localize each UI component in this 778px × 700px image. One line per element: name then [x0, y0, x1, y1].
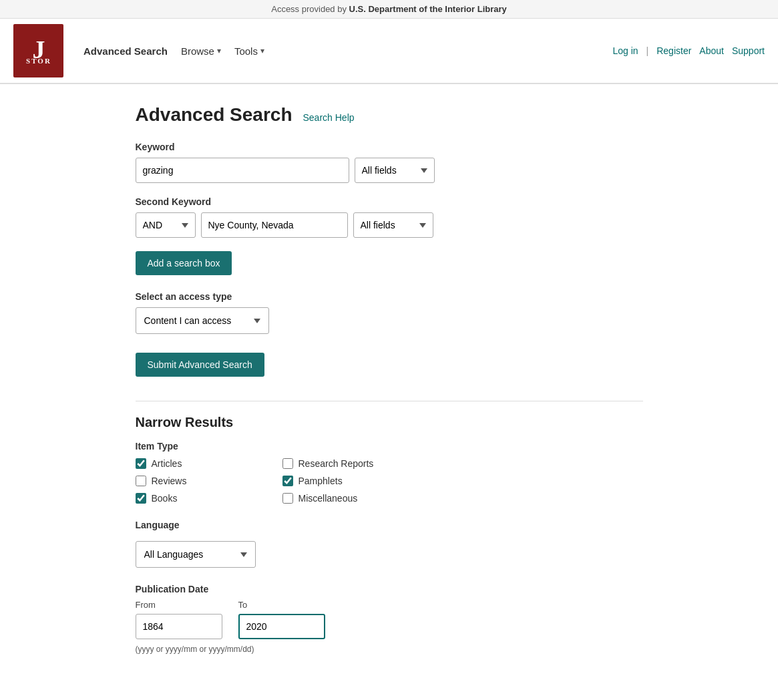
header-right-links: Log in | Register About Support — [612, 45, 765, 56]
keyword-field-select[interactable]: All fields Title Author Abstract Full te… — [355, 158, 435, 183]
svg-text:STOR: STOR — [26, 57, 51, 65]
checkbox-research-reports[interactable]: Research Reports — [282, 458, 416, 469]
checkbox-books-input[interactable] — [136, 493, 146, 504]
checkbox-books[interactable]: Books — [136, 493, 269, 504]
access-banner: Access provided by U.S. Department of th… — [0, 0, 778, 19]
pub-date-from-col: From — [136, 600, 222, 639]
language-label: Language — [136, 520, 643, 530]
keyword-input[interactable] — [136, 158, 349, 183]
from-label: From — [136, 600, 222, 610]
second-keyword-label: Second Keyword — [136, 196, 643, 207]
main-nav: Advanced Search Browse ▾ Tools ▾ — [83, 45, 612, 57]
checkbox-reviews-input[interactable] — [136, 476, 146, 486]
pub-date-from-input[interactable] — [136, 614, 222, 639]
item-type-label: Item Type — [136, 441, 643, 452]
tools-chevron-icon: ▾ — [260, 46, 264, 55]
narrow-results-section: Narrow Results Item Type Articles Resear… — [136, 401, 643, 654]
nav-advanced-search[interactable]: Advanced Search — [83, 45, 168, 57]
add-search-box-button[interactable]: Add a search box — [136, 251, 232, 275]
publication-date-label: Publication Date — [136, 584, 643, 594]
pub-date-to-col: To — [238, 600, 325, 639]
about-link[interactable]: About — [699, 45, 724, 56]
publication-date-section: Publication Date From To (yyyy or yyyy/m… — [136, 584, 643, 654]
second-keyword-field-select[interactable]: All fields Title Author Abstract Full te… — [353, 212, 433, 238]
language-section: Language All Languages English French Ge… — [136, 520, 643, 568]
login-link[interactable]: Log in — [612, 45, 638, 56]
keyword-section: Keyword All fields Title Author Abstract… — [136, 142, 643, 183]
page-title: Advanced Search — [136, 104, 293, 126]
keyword-row: All fields Title Author Abstract Full te… — [136, 158, 643, 183]
checkbox-reviews[interactable]: Reviews — [136, 476, 269, 486]
pub-date-row: From To — [136, 600, 643, 639]
item-type-section: Item Type Articles Research Reports Revi… — [136, 441, 643, 504]
banner-text: Access provided by — [271, 4, 349, 14]
jstor-logo-icon: J STOR — [13, 24, 63, 77]
second-keyword-row: AND OR NOT All fields Title Author Abstr… — [136, 212, 643, 238]
page-title-row: Advanced Search Search Help — [136, 104, 643, 126]
checkbox-pamphlets-input[interactable] — [282, 476, 293, 486]
second-keyword-section: Second Keyword AND OR NOT All fields Tit… — [136, 196, 643, 238]
add-search-section: Add a search box — [136, 251, 643, 275]
to-label: To — [238, 600, 325, 610]
language-select[interactable]: All Languages English French German Span… — [136, 541, 256, 568]
submit-section: Submit Advanced Search — [136, 353, 643, 377]
item-type-checkboxes: Articles Research Reports Reviews Pamphl… — [136, 458, 643, 504]
register-link[interactable]: Register — [656, 45, 691, 56]
search-help-link[interactable]: Search Help — [303, 112, 355, 123]
browse-chevron-icon: ▾ — [217, 46, 221, 55]
operator-select[interactable]: AND OR NOT — [136, 212, 196, 238]
checkbox-miscellaneous[interactable]: Miscellaneous — [282, 493, 416, 504]
logo-area[interactable]: J STOR — [13, 24, 63, 77]
date-hint: (yyyy or yyyy/mm or yyyy/mm/dd) — [136, 645, 643, 654]
keyword-label: Keyword — [136, 142, 643, 152]
nav-browse[interactable]: Browse ▾ — [181, 45, 221, 57]
checkbox-miscellaneous-input[interactable] — [282, 493, 293, 504]
nav-tools[interactable]: Tools ▾ — [234, 45, 264, 57]
submit-advanced-search-button[interactable]: Submit Advanced Search — [136, 353, 264, 377]
second-keyword-input[interactable] — [201, 212, 348, 238]
banner-institution: U.S. Department of the Interior Library — [349, 4, 507, 14]
checkbox-pamphlets[interactable]: Pamphlets — [282, 476, 416, 486]
pub-date-to-input[interactable] — [238, 614, 325, 639]
access-section: Select an access type Content I can acce… — [136, 291, 643, 334]
checkbox-articles-input[interactable] — [136, 458, 146, 469]
access-type-label: Select an access type — [136, 291, 643, 302]
checkbox-research-reports-input[interactable] — [282, 458, 293, 469]
support-link[interactable]: Support — [732, 45, 765, 56]
narrow-results-title: Narrow Results — [136, 415, 643, 430]
site-header: J STOR Advanced Search Browse ▾ Tools ▾ … — [0, 19, 778, 84]
checkbox-articles[interactable]: Articles — [136, 458, 269, 469]
access-type-select[interactable]: Content I can access All content Open ac… — [136, 307, 269, 334]
main-content: Advanced Search Search Help Keyword All … — [122, 84, 656, 687]
